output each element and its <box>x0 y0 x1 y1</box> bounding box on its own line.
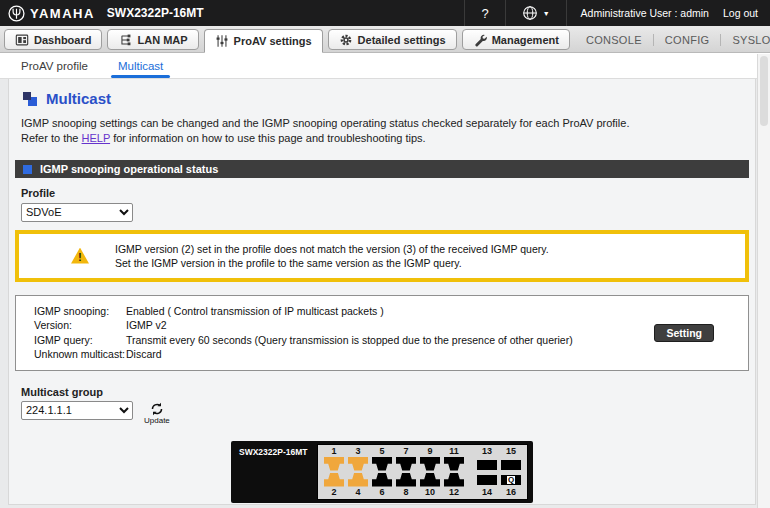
port-number: 1 <box>331 446 336 457</box>
port-1-igmp-report <box>324 457 344 471</box>
logged-in-user: Administrative User : admin <box>581 7 709 19</box>
status-rows: IGMP snooping:Enabled ( Control transmis… <box>34 304 654 362</box>
tab-dashboard[interactable]: Dashboard <box>4 29 102 50</box>
subtab-multicast[interactable]: Multicast <box>103 53 178 78</box>
brand-text: YAMAHA <box>30 6 95 21</box>
tab-label: Dashboard <box>34 34 91 46</box>
status-row: Unknown multicast:Discard <box>34 347 654 362</box>
status-value: Enabled ( Control transmission of IP mul… <box>126 304 384 319</box>
scrollbar-thumb[interactable] <box>760 56 768 126</box>
help-button[interactable]: ? <box>464 0 504 26</box>
port-6 <box>372 473 392 487</box>
port-number: 2 <box>331 487 336 498</box>
status-label: Unknown multicast: <box>34 347 126 362</box>
quick-link-config[interactable]: CONFIG <box>653 34 721 46</box>
warning-line1: IGMP version (2) set in the profile does… <box>115 243 549 255</box>
port-9 <box>420 457 440 471</box>
status-row: Version:IGMP v2 <box>34 318 654 333</box>
setting-button[interactable]: Setting <box>654 324 714 342</box>
subtab-proav-profile[interactable]: ProAV profile <box>6 53 103 78</box>
quick-links: CONSOLECONFIGSYSLOGTECHINFO <box>575 34 770 52</box>
switch-model-label: SWX2322P-16MT <box>236 444 312 500</box>
page-title: Multicast <box>46 90 111 107</box>
yamaha-tuning-fork-icon <box>8 5 25 22</box>
language-selector[interactable] <box>505 0 566 26</box>
switch-graphic: SWX2322P-16MT 123456789101112131415Q16 <box>231 441 533 503</box>
status-value: Discard <box>126 347 162 362</box>
port-10 <box>420 473 440 487</box>
yamaha-logo: YAMAHA <box>0 5 99 22</box>
igmp-version-warning: IGMP version (2) set in the profile does… <box>15 230 749 282</box>
port-column: 1112 <box>444 446 464 498</box>
multicast-page-icon <box>23 92 37 106</box>
dashboard-icon <box>15 33 29 47</box>
port-number: 7 <box>403 446 408 457</box>
description-line1: IGMP snooping settings can be changed an… <box>21 117 629 129</box>
port-number: 14 <box>482 487 492 498</box>
tab-lan-map[interactable]: LAN MAP <box>107 29 198 50</box>
tab-label: Detailed settings <box>358 34 446 46</box>
profile-select[interactable]: SDVoE <box>21 203 133 222</box>
top-header-bar: YAMAHA SWX2322P-16MT ? Administrative Us… <box>0 0 770 26</box>
port-16-igmp-query: Q <box>501 475 521 485</box>
multicast-group-select[interactable]: 224.1.1.1 <box>21 401 133 420</box>
port-column: 34 <box>348 446 368 498</box>
port-number: 12 <box>449 487 459 498</box>
topbar-actions: ? Administrative User : admin Log out <box>464 0 770 26</box>
tab-proav-settings[interactable]: ProAV settings <box>204 29 323 53</box>
tab-label: LAN MAP <box>137 34 187 46</box>
logout-link[interactable]: Log out <box>723 7 758 19</box>
tab-detailed-settings[interactable]: Detailed settings <box>328 29 457 50</box>
port-13 <box>477 460 497 470</box>
status-label: Version: <box>34 318 126 333</box>
update-button[interactable]: Update <box>144 402 170 425</box>
status-row: IGMP snooping:Enabled ( Control transmis… <box>34 304 654 319</box>
port-8 <box>396 473 416 487</box>
device-model: SWX2322P-16MT <box>107 6 204 20</box>
multicast-group-label: Multicast group <box>21 386 755 398</box>
sliders-icon <box>215 34 229 48</box>
help-link[interactable]: HELP <box>82 132 111 144</box>
content-card: Multicast IGMP snooping settings can be … <box>8 79 756 505</box>
quick-link-console[interactable]: CONSOLE <box>575 34 653 46</box>
update-label: Update <box>144 416 170 425</box>
warning-line2: Set the IGMP version in the profile to t… <box>115 257 462 269</box>
port-11 <box>444 457 464 471</box>
port-7 <box>396 457 416 471</box>
port-number: 11 <box>449 446 459 457</box>
port-column: 910 <box>420 446 440 498</box>
quick-link-syslog[interactable]: SYSLOG <box>720 34 770 46</box>
page-title-band: Multicast <box>9 79 755 114</box>
switch-graphic-wrap: SWX2322P-16MT 123456789101112131415Q16 <box>9 441 755 503</box>
port-15 <box>501 460 521 470</box>
port-number: 16 <box>506 487 516 498</box>
description-line2-prefix: Refer to the <box>21 132 82 144</box>
sub-tab-bar: ProAV profileMulticast <box>0 53 770 79</box>
port-number: 4 <box>355 487 360 498</box>
port-4-igmp-report <box>348 473 368 487</box>
lan-map-icon <box>118 33 132 47</box>
help-button-label: ? <box>481 6 488 21</box>
igmp-status-box: IGMP snooping:Enabled ( Control transmis… <box>15 295 749 371</box>
port-2-igmp-report <box>324 473 344 487</box>
status-row: IGMP query:Transmit every 60 seconds (Qu… <box>34 333 654 348</box>
scrollbar[interactable] <box>757 54 770 508</box>
port-column: 78 <box>396 446 416 498</box>
description-line2-suffix: for information on how to use this page … <box>110 132 426 144</box>
page-description: IGMP snooping settings can be changed an… <box>9 114 755 156</box>
status-value: Transmit every 60 seconds (Query transmi… <box>126 333 573 348</box>
wrench-icon <box>473 33 487 47</box>
port-12 <box>444 473 464 487</box>
warning-icon <box>71 248 89 264</box>
warning-text: IGMP version (2) set in the profile does… <box>115 242 549 270</box>
tab-management[interactable]: Management <box>462 29 570 50</box>
port-number: 8 <box>403 487 408 498</box>
gear-icon <box>339 33 353 47</box>
port-column: 1314 <box>477 446 497 498</box>
section-bullet-icon <box>23 165 32 174</box>
main-tabs: DashboardLAN MAPProAV settingsDetailed s… <box>4 26 575 52</box>
user-area: Administrative User : admin Log out <box>566 0 770 26</box>
port-column: 12 <box>324 446 344 498</box>
section-title: IGMP snooping operational status <box>40 163 218 175</box>
port-number: 9 <box>427 446 432 457</box>
